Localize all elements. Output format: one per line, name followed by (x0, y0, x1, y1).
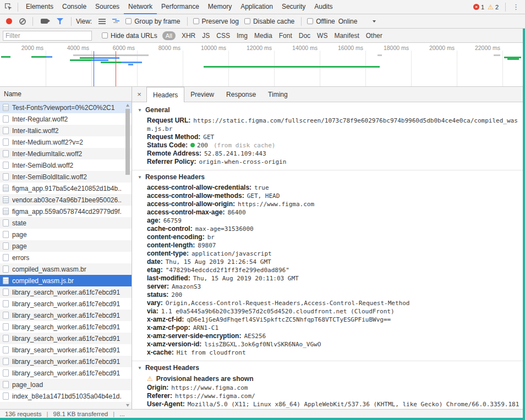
request-row[interactable]: library_search_worker.a61fc7ebcd91 (0, 321, 132, 333)
close-details-icon[interactable] (132, 87, 146, 102)
capture-screenshots-icon[interactable] (41, 19, 48, 24)
filter-type-other[interactable]: Other (366, 32, 382, 40)
waterfall-view-icon[interactable] (112, 19, 117, 20)
request-row[interactable]: library_search_worker.a61fc7ebcd91 (0, 356, 132, 367)
chevron-down-icon[interactable] (373, 20, 376, 23)
request-row[interactable]: library_search_worker.a61fc7ebcd91 (0, 310, 132, 321)
request-row[interactable]: index_b8e1a1471bd51035a04b4e1d. (0, 390, 132, 402)
overview-tick-label: 10000 ms (184, 45, 226, 51)
scrollbar[interactable] (125, 102, 131, 408)
filter-type-ws[interactable]: WS (317, 32, 327, 40)
tab-headers[interactable]: Headers (146, 87, 184, 102)
request-row[interactable]: state (0, 217, 132, 229)
hide-data-urls-checkbox[interactable] (102, 32, 108, 38)
filter-type-font[interactable]: Font (279, 32, 292, 40)
tab-application[interactable]: Application (236, 0, 277, 14)
request-row[interactable]: library_search_worker.a61fc7ebcd91 (0, 367, 132, 379)
tab-audits[interactable]: Audits (310, 0, 337, 14)
group-by-frame-checkbox[interactable] (125, 18, 132, 24)
group-by-frame-label[interactable]: Group by frame (134, 18, 180, 25)
header-name: access-control-allow-origin: (147, 200, 235, 208)
scrollbar-thumb[interactable] (125, 109, 130, 175)
disable-cache-checkbox[interactable] (244, 18, 250, 24)
request-row-test-fonts[interactable]: Test-Fonts?viewport=0%2C0%2C1 (0, 102, 132, 113)
request-headers-title[interactable]: Request Headers (138, 364, 519, 372)
request-row[interactable]: vendor.ab03ce74a96b71bee950026.. (0, 194, 132, 206)
request-row-selected[interactable]: compiled_wasm.js.br (0, 275, 132, 286)
tab-performance[interactable]: Performance (157, 0, 204, 14)
filter-type-media[interactable]: Media (254, 32, 272, 40)
filter-type-img[interactable]: Img (237, 32, 248, 40)
filter-type-css[interactable]: CSS (216, 32, 230, 40)
tab-sources[interactable]: Sources (91, 0, 124, 14)
warning-badge-icon[interactable] (488, 4, 494, 10)
request-row[interactable]: library_search_worker.a61fc7ebcd91 (0, 344, 132, 356)
tab-elements[interactable]: Elements (21, 0, 58, 14)
header-value: application/javascript (192, 250, 272, 257)
disclosure-triangle-icon[interactable] (138, 175, 142, 180)
scroll-up-icon[interactable] (126, 104, 129, 107)
error-badge-icon[interactable] (473, 4, 479, 10)
name-column-header[interactable]: Name (0, 87, 132, 102)
request-row[interactable]: figma_app.917ba5c4e210852d1b4b.. (0, 183, 132, 194)
network-overview-timeline[interactable]: 2000 ms 4000 ms 6000 ms 8000 ms 10000 ms… (0, 43, 525, 87)
request-row[interactable]: library_search_worker.a61fc7ebcd91 (0, 298, 132, 310)
inspect-element-icon[interactable] (2, 1, 14, 13)
filter-type-doc[interactable]: Doc (299, 32, 310, 40)
tab-response[interactable]: Response (220, 87, 262, 102)
record-button[interactable] (6, 18, 12, 24)
overview-gridline (365, 51, 366, 86)
file-icon (3, 242, 9, 250)
filter-type-xhr[interactable]: XHR (182, 32, 195, 40)
tab-console[interactable]: Console (58, 0, 91, 14)
request-row[interactable]: Inter-SemiBold.woff2 (0, 159, 132, 171)
clear-icon[interactable] (19, 18, 26, 25)
disable-cache-label[interactable]: Disable cache (253, 18, 294, 25)
offline-label[interactable]: Offline (316, 18, 335, 25)
list-view-icon[interactable] (99, 19, 106, 24)
filter-input[interactable] (3, 31, 92, 41)
tab-timing[interactable]: Timing (262, 87, 294, 102)
request-row[interactable]: library_search_worker.a61fc7ebcd91 (0, 286, 132, 298)
request-row[interactable]: library_search_worker.a61fc7ebcd91 (0, 333, 132, 344)
request-row[interactable]: figma_app.559a0578744cd29779d9f. (0, 206, 132, 217)
filter-type-js[interactable]: JS (202, 32, 210, 40)
request-row[interactable]: page (0, 229, 132, 240)
headers-pane: General Request URL:https://static.figma… (132, 102, 525, 409)
response-headers-title[interactable]: Response Headers (138, 173, 519, 181)
request-row[interactable]: Inter-SemiBoldItalic.woff2 (0, 171, 132, 183)
tab-memory[interactable]: Memory (204, 0, 236, 14)
request-row[interactable]: compiled_wasm.wasm.br (0, 263, 132, 275)
general-section-title[interactable]: General (138, 106, 519, 114)
header-name: server: (147, 283, 169, 290)
header-name: Request Method: (147, 133, 200, 141)
request-row[interactable]: errors (0, 252, 132, 263)
filter-type-manifest[interactable]: Manifest (334, 32, 359, 40)
request-row[interactable]: Inter-Italic.woff2 (0, 125, 132, 136)
filter-type-all[interactable]: All (162, 31, 176, 40)
tab-security[interactable]: Security (277, 0, 310, 14)
request-name: Inter-Italic.woff2 (12, 127, 65, 135)
disclosure-triangle-icon[interactable] (138, 366, 142, 371)
request-row[interactable]: page (0, 240, 132, 252)
request-name: Inter-Regular.woff2 (12, 115, 74, 123)
throttling-select[interactable]: Online (338, 18, 358, 25)
request-row[interactable]: Inter-Regular.woff2 (0, 113, 132, 125)
overview-tick-label: 16000 ms (321, 45, 363, 51)
preserve-log-checkbox[interactable] (193, 18, 199, 24)
tab-preview[interactable]: Preview (184, 87, 220, 102)
request-row[interactable]: Inter-MediumItalic.woff2 (0, 148, 132, 159)
preserve-log-label[interactable]: Preserve log (202, 18, 239, 25)
request-row[interactable]: page_load (0, 379, 132, 390)
header-line: access-control-allow-methods:GET, HEAD (138, 192, 519, 200)
filter-funnel-icon[interactable] (57, 18, 63, 24)
disclosure-triangle-icon[interactable] (138, 108, 142, 113)
tab-network[interactable]: Network (124, 0, 157, 14)
script-file-icon (3, 196, 9, 203)
offline-checkbox[interactable] (307, 18, 313, 24)
more-menu-icon[interactable] (509, 3, 523, 11)
file-icon (3, 162, 9, 169)
hide-data-urls-label[interactable]: Hide data URLs (111, 32, 157, 40)
scroll-down-icon[interactable] (126, 404, 129, 407)
request-row[interactable]: Inter-Medium.woff2?v=2 (0, 136, 132, 148)
